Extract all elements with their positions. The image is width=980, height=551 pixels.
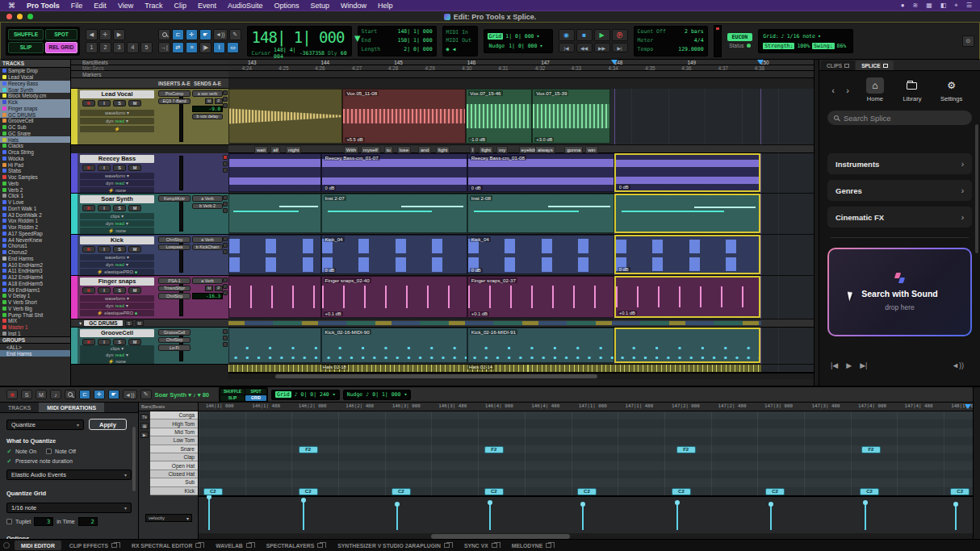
- track-list-item[interactable]: Stabs: [0, 168, 70, 174]
- lyric-marker[interactable]: and: [418, 146, 431, 153]
- menubar-status-icon[interactable]: ▦: [926, 2, 932, 10]
- note-rows[interactable]: C2C2C2C2C2C2C2C2C2 F2F2F2F2: [199, 411, 973, 495]
- grid-value[interactable]: 1| 0| 000: [505, 33, 534, 40]
- clip-name[interactable]: Hats 02-18: [321, 365, 348, 369]
- elastic-audio-selector[interactable]: ⚡ none: [80, 187, 154, 194]
- automation-mode-selector[interactable]: dynread ▾: [80, 180, 154, 186]
- nav-library[interactable]: Library: [903, 77, 921, 102]
- midi-clip[interactable]: [614, 328, 760, 363]
- velocity-stem[interactable]: [865, 502, 866, 530]
- automation-mode-selector[interactable]: dynread ▾: [80, 352, 154, 358]
- send-pan-button[interactable]: P: [215, 98, 223, 104]
- link-timeline-edit-button[interactable]: ⇄: [172, 42, 184, 53]
- menubar-status-icon[interactable]: ⌖: [954, 2, 958, 10]
- insert-slot[interactable]: KompltKntr: [158, 195, 191, 202]
- velocity-lane[interactable]: [199, 495, 973, 533]
- send-slot[interactable]: b vox delay: [192, 114, 223, 120]
- return-to-zero-button[interactable]: |◀: [559, 43, 575, 52]
- midi-clip[interactable]: Inst 2-07: [321, 194, 467, 233]
- velocity-stem[interactable]: [489, 502, 491, 530]
- menubar-item[interactable]: Help: [378, 2, 393, 10]
- insertion-follows-playback-button[interactable]: |▶: [199, 42, 211, 53]
- operation-dropdown[interactable]: Quantize▾: [6, 420, 84, 430]
- zoom-preset-button[interactable]: 3: [113, 42, 125, 53]
- mute-button[interactable]: M: [36, 390, 47, 399]
- lane-reecey-bass[interactable]: Reecey Bass-cm_01-07 0 dB Reecey Bass-cm…: [228, 153, 814, 194]
- elastic-audio-selector[interactable]: ⚡ none: [80, 358, 154, 365]
- group-list-item[interactable]: <ALL>: [0, 344, 70, 350]
- mini-button[interactable]: [223, 90, 228, 95]
- selector-tool-button[interactable]: ✛: [94, 390, 105, 399]
- edit-mode-button[interactable]: SPOT: [45, 29, 77, 40]
- menubar-status-icon[interactable]: ☰: [966, 2, 972, 10]
- elastic-audio-selector[interactable]: ⚡: [80, 126, 154, 132]
- trim-tool-button[interactable]: ⊏: [79, 390, 90, 399]
- timeline-selection-marker[interactable]: [757, 60, 764, 65]
- lyric-marker[interactable]: I: [470, 146, 476, 153]
- mute-button[interactable]: M: [128, 287, 141, 294]
- midi-note[interactable]: C2: [765, 488, 785, 495]
- lane-groovecell[interactable]: Kick_02-16-MIDI-90 Kick_02-16-MIDI-91: [228, 328, 814, 365]
- midi-note[interactable]: F2: [299, 446, 318, 453]
- edit-mode-button[interactable]: SLIP: [220, 395, 245, 401]
- grid-toggle[interactable]: Grid: [488, 33, 504, 40]
- tuplet-d-field[interactable]: 2: [78, 517, 98, 526]
- elastic-audio-selector[interactable]: ⚡ none: [80, 227, 154, 234]
- bars-ruler[interactable]: 143144145146147148149150: [228, 60, 814, 65]
- audio-clip[interactable]: 0 dB: [614, 235, 760, 274]
- menubar-status-icon[interactable]: ●: [901, 2, 905, 10]
- track-list-item[interactable]: Reecey Bass: [0, 81, 70, 87]
- previous-button[interactable]: |◀: [831, 361, 838, 369]
- track-list-item[interactable]: Orca String: [0, 149, 70, 156]
- mini-button[interactable]: [223, 329, 228, 334]
- lyric-marker[interactable]: night: [286, 146, 301, 153]
- pencil-tool-button[interactable]: ✎: [229, 29, 241, 40]
- midi-ruler[interactable]: 146|1| 000146|1| 480146|2| 000146|2| 480…: [199, 403, 973, 411]
- menubar-status-icon[interactable]: ◧: [940, 2, 947, 10]
- nudge-value[interactable]: 1| 0| 000: [509, 43, 537, 49]
- insert-slot[interactable]: GrooveCell: [158, 329, 191, 336]
- fast-forward-button[interactable]: ▶▶: [594, 43, 610, 52]
- solo-button[interactable]: S: [113, 165, 126, 171]
- apply-button[interactable]: Apply: [89, 419, 127, 430]
- track-name[interactable]: Kick: [80, 236, 154, 244]
- send-gain-readout[interactable]: -9.0: [192, 106, 223, 112]
- input-monitor-button[interactable]: I: [98, 100, 111, 106]
- midi-grid-box[interactable]: Grid♪0| 0| 240▾: [271, 390, 340, 400]
- mini-button[interactable]: [223, 249, 228, 254]
- group-name[interactable]: GC DRUMS: [84, 320, 122, 326]
- edit-mode-button[interactable]: GRID: [245, 395, 266, 401]
- splice-search-input[interactable]: Search Splice: [827, 111, 972, 125]
- track-list-item[interactable]: A4 NeverKnew: [0, 236, 70, 243]
- track-name[interactable]: Lead Vocal: [80, 90, 154, 98]
- preserve-duration-checkbox[interactable]: ✓: [6, 458, 12, 464]
- record-enable-button[interactable]: [82, 165, 95, 171]
- lyric-marker[interactable]: wait: [254, 146, 268, 153]
- ops-scrollbar[interactable]: [132, 427, 136, 491]
- splice-scrollbar[interactable]: [975, 124, 978, 253]
- solo-button[interactable]: S: [21, 390, 32, 399]
- nav-settings[interactable]: ⚙Settings: [940, 77, 962, 102]
- track-list-item[interactable]: A18 EndHarm5: [0, 281, 70, 287]
- track-list-item[interactable]: Wocka: [0, 156, 70, 162]
- midi-note[interactable]: F2: [861, 446, 881, 453]
- zoom-out-button[interactable]: ◀: [86, 29, 98, 40]
- automation-mode-selector[interactable]: dynread ▾: [80, 118, 154, 124]
- mini-button[interactable]: [223, 168, 228, 173]
- clip-gain[interactable]: +0.1 dB: [324, 311, 343, 316]
- track-list-item[interactable]: Lead Vocal: [0, 74, 70, 81]
- velocity-stem[interactable]: [676, 502, 678, 530]
- solo-button[interactable]: S: [113, 287, 126, 294]
- mini-button[interactable]: [223, 195, 228, 200]
- splice-category-card[interactable]: Genres›: [827, 180, 972, 201]
- insert-slot[interactable]: Lo-Fi: [158, 344, 191, 351]
- track-list-item[interactable]: V Verb Big: [0, 306, 70, 312]
- menubar-item[interactable]: Options: [274, 2, 299, 10]
- lyric-marker[interactable]: With: [344, 146, 358, 153]
- midi-note[interactable]: F2: [676, 446, 696, 453]
- back-arrow-icon[interactable]: ‹: [827, 86, 839, 95]
- lyric-marker[interactable]: win: [585, 146, 597, 153]
- record-enable-button[interactable]: [82, 287, 95, 294]
- drum-lane-label[interactable]: Conga: [150, 411, 198, 420]
- scrollbar-handle[interactable]: [275, 374, 597, 378]
